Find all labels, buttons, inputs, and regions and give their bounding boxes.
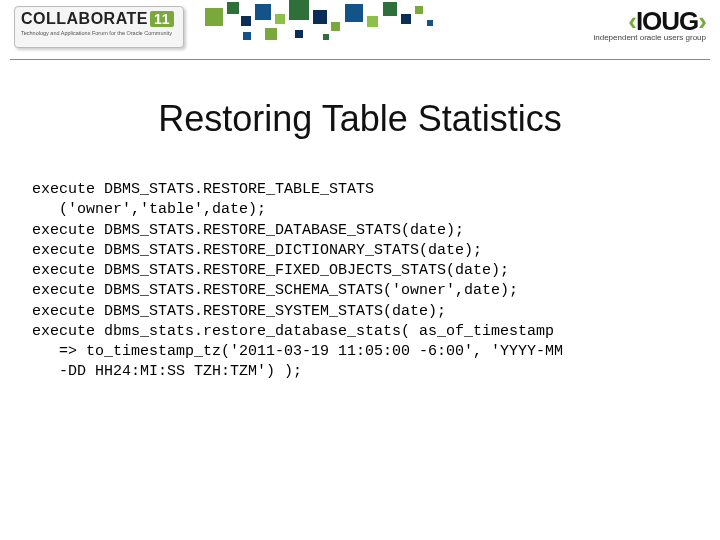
pixel-decoration	[195, 0, 455, 55]
collaborate-year: 11	[150, 11, 174, 27]
code-line: execute DBMS_STATS.RESTORE_DATABASE_STAT…	[32, 222, 464, 239]
ioug-logo: ‹IOUG› independent oracle users group	[593, 6, 706, 42]
code-line: execute DBMS_STATS.RESTORE_SCHEMA_STATS(…	[32, 282, 518, 299]
ioug-subtitle: independent oracle users group	[593, 33, 706, 42]
code-line: => to_timestamp_tz('2011-03-19 11:05:00 …	[32, 343, 563, 360]
slide-header: COLLABORATE11 Technology and Application…	[10, 0, 710, 60]
code-line: execute DBMS_STATS.RESTORE_SYSTEM_STATS(…	[32, 303, 446, 320]
code-line: execute DBMS_STATS.RESTORE_TABLE_STATS	[32, 181, 374, 198]
page-title: Restoring Table Statistics	[0, 98, 720, 140]
collaborate-subtitle: Technology and Applications Forum for th…	[21, 30, 177, 36]
code-line: ('owner','table',date);	[32, 201, 266, 218]
collaborate-badge: COLLABORATE11 Technology and Application…	[14, 6, 184, 48]
code-line: -DD HH24:MI:SS TZH:TZM') );	[32, 363, 302, 380]
collaborate-title: COLLABORATE	[21, 10, 148, 27]
angle-right-icon: ›	[698, 6, 706, 36]
code-line: execute dbms_stats.restore_database_stat…	[32, 323, 554, 340]
angle-left-icon: ‹	[628, 6, 636, 36]
code-line: execute DBMS_STATS.RESTORE_FIXED_OBJECTS…	[32, 262, 509, 279]
ioug-text: IOUG	[636, 6, 698, 36]
collaborate-title-row: COLLABORATE11	[21, 10, 177, 28]
code-line: execute DBMS_STATS.RESTORE_DICTIONARY_ST…	[32, 242, 482, 259]
code-block: execute DBMS_STATS.RESTORE_TABLE_STATS (…	[32, 180, 720, 383]
